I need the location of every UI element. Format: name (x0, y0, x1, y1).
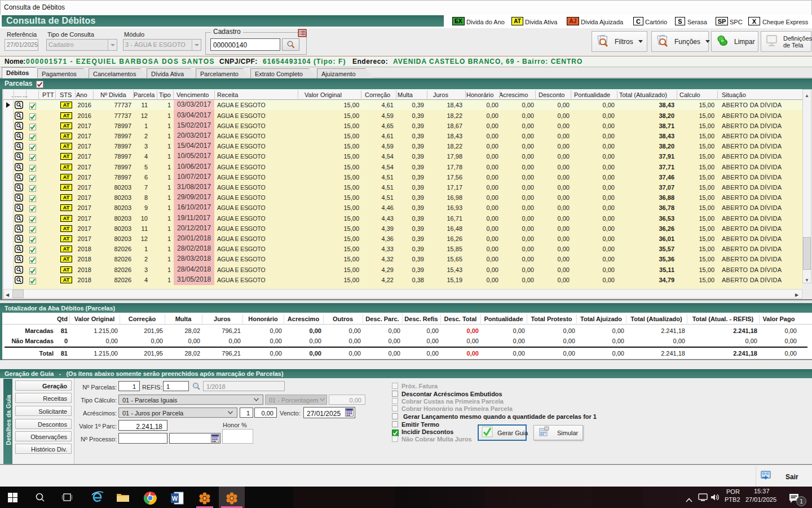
svg-text:W: W (172, 495, 178, 502)
